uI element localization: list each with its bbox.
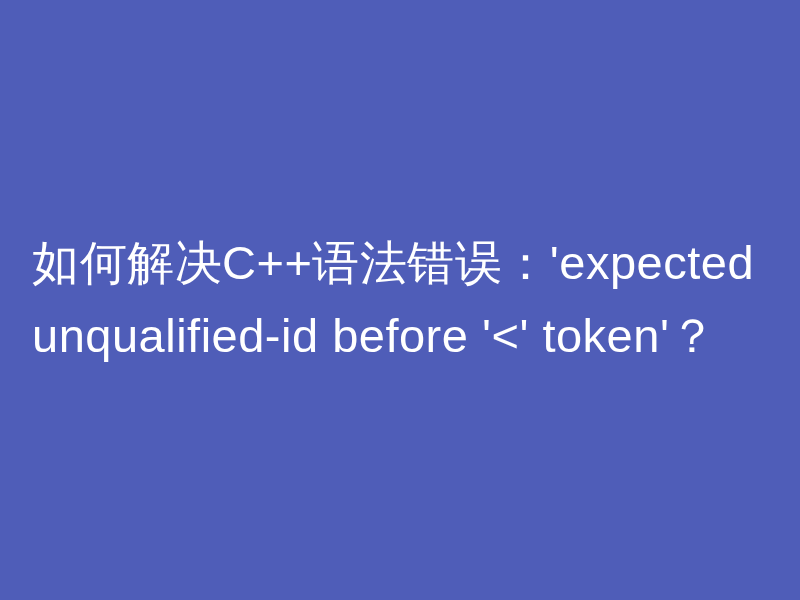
heading-text: 如何解决C++语法错误：'expected unqualified-id bef… <box>32 227 768 373</box>
